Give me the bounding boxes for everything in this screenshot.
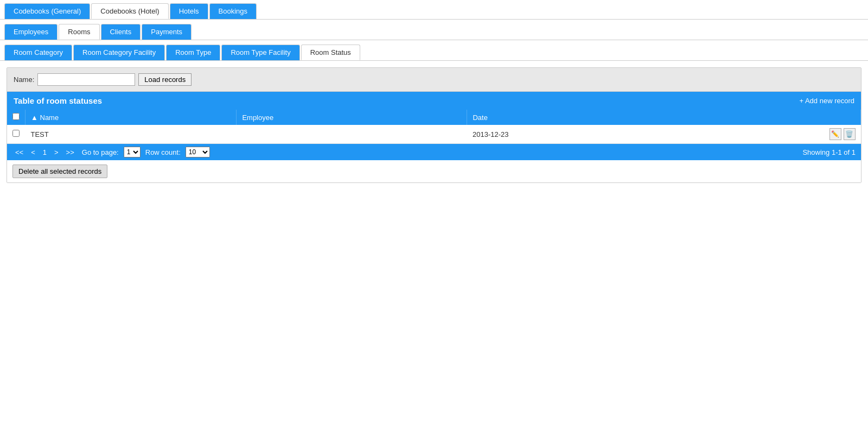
tab-room-status[interactable]: Room Status bbox=[301, 45, 360, 60]
delete-icon[interactable]: 🗑️ bbox=[844, 128, 856, 140]
row-checkbox-cell bbox=[7, 125, 25, 144]
tab-room-category[interactable]: Room Category bbox=[4, 45, 72, 60]
row-name: TEST bbox=[25, 125, 237, 144]
goto-label: Go to page: bbox=[79, 147, 122, 157]
second-nav: Employees Rooms Clients Payments bbox=[0, 20, 868, 40]
select-all-checkbox[interactable] bbox=[12, 113, 20, 120]
tab-hotels[interactable]: Hotels bbox=[170, 3, 208, 19]
table-wrapper: Table of room statuses + Add new record … bbox=[7, 92, 861, 182]
row-count-select[interactable]: 10 25 50 100 bbox=[186, 147, 210, 157]
add-new-link[interactable]: + Add new record bbox=[799, 97, 854, 105]
row-count-label: Row count: bbox=[143, 147, 183, 157]
col-name[interactable]: ▲ Name bbox=[25, 110, 237, 125]
page-number: 1 bbox=[40, 147, 49, 157]
content-panel: Name: Load records Table of room statuse… bbox=[7, 67, 861, 183]
table-row: TEST 2013-12-23 ✏️ 🗑️ bbox=[7, 125, 861, 144]
delete-all-button[interactable]: Delete all selected records bbox=[12, 165, 107, 178]
table-title: Table of room statuses bbox=[14, 96, 102, 105]
third-nav: Room Category Room Category Facility Roo… bbox=[0, 40, 868, 61]
delete-all-container: Delete all selected records bbox=[7, 160, 861, 182]
tab-room-category-facility[interactable]: Room Category Facility bbox=[73, 45, 165, 60]
row-checkbox[interactable] bbox=[12, 130, 20, 137]
tab-employees[interactable]: Employees bbox=[4, 24, 58, 40]
tab-rooms[interactable]: Rooms bbox=[59, 24, 99, 40]
tab-room-type[interactable]: Room Type bbox=[166, 45, 220, 60]
load-records-button[interactable]: Load records bbox=[138, 73, 192, 86]
col-date: Date bbox=[467, 110, 861, 125]
pagination-showing: Showing 1-1 of 1 bbox=[802, 148, 856, 156]
row-date: 2013-12-23 ✏️ 🗑️ bbox=[467, 125, 861, 143]
name-input[interactable] bbox=[37, 73, 135, 86]
table-header: Table of room statuses + Add new record bbox=[7, 92, 861, 110]
main-content: Name: Load records Table of room statuse… bbox=[0, 61, 868, 190]
tab-clients[interactable]: Clients bbox=[101, 24, 141, 40]
top-nav: Codebooks (General) Codebooks (Hotel) Ho… bbox=[0, 0, 868, 20]
col-checkbox bbox=[7, 110, 25, 125]
name-label: Name: bbox=[14, 75, 34, 84]
room-status-table: ▲ Name Employee Date TEST 2013-12-23 bbox=[7, 110, 861, 144]
table-header-row: ▲ Name Employee Date bbox=[7, 110, 861, 125]
row-employee bbox=[237, 125, 467, 144]
page-last-btn[interactable]: >> bbox=[63, 147, 77, 157]
col-employee: Employee bbox=[237, 110, 467, 125]
pagination-bar: << < 1 > >> Go to page: 1 Row count: 10 … bbox=[7, 144, 861, 160]
tab-payments[interactable]: Payments bbox=[142, 24, 192, 40]
edit-icon[interactable]: ✏️ bbox=[829, 128, 841, 140]
page-next-btn[interactable]: > bbox=[52, 147, 61, 157]
pagination-left: << < 1 > >> Go to page: 1 Row count: 10 … bbox=[12, 147, 210, 157]
tab-bookings[interactable]: Bookings bbox=[209, 3, 257, 19]
tab-room-type-facility[interactable]: Room Type Facility bbox=[221, 45, 299, 60]
page-prev-btn[interactable]: < bbox=[28, 147, 38, 157]
tab-codebooks-general[interactable]: Codebooks (General) bbox=[4, 3, 90, 19]
page-first-btn[interactable]: << bbox=[12, 147, 26, 157]
goto-page-select[interactable]: 1 bbox=[124, 147, 141, 157]
filter-bar: Name: Load records bbox=[7, 68, 861, 92]
tab-codebooks-hotel[interactable]: Codebooks (Hotel) bbox=[91, 3, 168, 19]
